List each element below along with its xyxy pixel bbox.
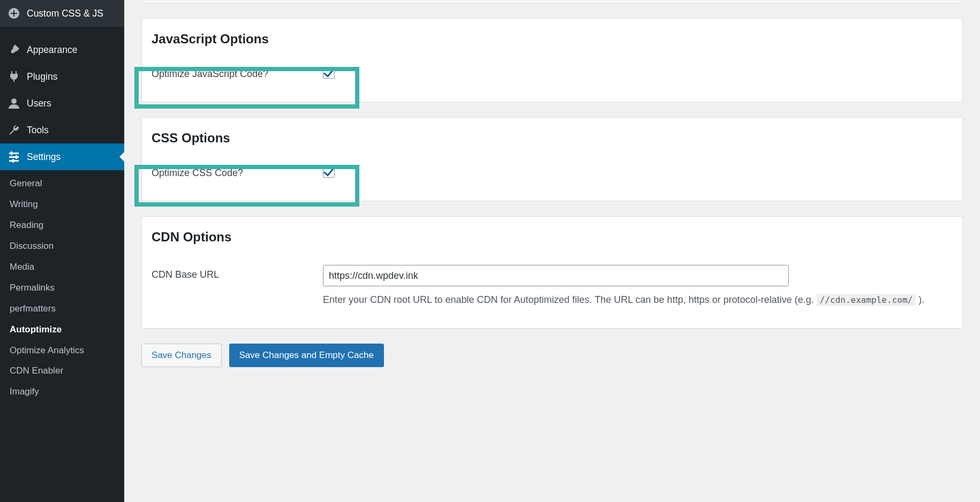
sidebar-item-label: Settings [27, 151, 61, 163]
sidebar-item-label: Tools [27, 125, 49, 136]
css-options-card: CSS Options Optimize CSS Code? [141, 117, 963, 201]
submenu-item-perfmatters[interactable]: perfmatters [0, 299, 124, 320]
optimize-css-label: Optimize CSS Code? [152, 168, 323, 179]
sidebar-item-appearance[interactable]: Appearance [0, 36, 124, 63]
admin-sidebar: Custom CSS & JS Appearance Plugins Users… [0, 0, 124, 502]
submenu-item-imagify[interactable]: Imagify [0, 382, 124, 402]
cdn-desc-part1: Enter your CDN root URL to enable CDN fo… [323, 294, 817, 305]
submenu-item-general[interactable]: General [0, 173, 124, 194]
settings-submenu: General Writing Reading Discussion Media… [0, 170, 124, 409]
sidebar-item-label: Users [27, 98, 51, 109]
optimize-js-row: Optimize JavaScript Code? [152, 62, 953, 87]
sidebar-item-label: Custom CSS & JS [27, 8, 103, 19]
cdn-base-url-label: CDN Base URL [152, 265, 323, 280]
sidebar-item-plugins[interactable]: Plugins [0, 63, 124, 90]
css-options-title: CSS Options [152, 131, 953, 146]
submenu-item-cdn-enabler[interactable]: CDN Enabler [0, 361, 124, 382]
optimize-js-checkbox[interactable] [323, 67, 335, 79]
wrench-icon [6, 124, 21, 136]
cdn-desc-code: //cdn.example.com/ [817, 294, 916, 306]
submenu-item-writing[interactable]: Writing [0, 194, 124, 215]
cdn-desc-part2: ). [916, 294, 924, 305]
submenu-item-reading[interactable]: Reading [0, 215, 124, 236]
js-options-card: JavaScript Options Optimize JavaScript C… [141, 18, 963, 102]
plus-circle-icon [6, 7, 21, 20]
optimize-css-checkbox[interactable] [323, 166, 335, 178]
js-options-title: JavaScript Options [152, 32, 953, 47]
submit-row: Save Changes Save Changes and Empty Cach… [141, 344, 963, 367]
cdn-base-url-input[interactable] [323, 265, 789, 286]
optimize-js-label: Optimize JavaScript Code? [152, 69, 323, 80]
cdn-options-card: CDN Options CDN Base URL Enter your CDN … [141, 216, 963, 329]
sidebar-item-tools[interactable]: Tools [0, 117, 124, 143]
save-empty-cache-button[interactable]: Save Changes and Empty Cache [229, 344, 384, 367]
sliders-icon [6, 150, 21, 163]
cdn-base-url-description: Enter your CDN root URL to enable CDN fo… [323, 293, 953, 308]
submenu-item-media[interactable]: Media [0, 257, 124, 278]
sidebar-item-users[interactable]: Users [0, 90, 124, 117]
submenu-item-optimize-analytics[interactable]: Optimize Analytics [0, 340, 124, 361]
sidebar-item-label: Plugins [27, 71, 57, 82]
submenu-item-autoptimize[interactable]: Autoptimize [0, 320, 124, 340]
submenu-item-discussion[interactable]: Discussion [0, 236, 124, 257]
save-button[interactable]: Save Changes [141, 344, 222, 367]
cdn-options-title: CDN Options [152, 230, 953, 245]
cdn-base-url-row: CDN Base URL Enter your CDN root URL to … [152, 260, 953, 313]
sidebar-item-settings[interactable]: Settings [0, 143, 124, 170]
plug-icon [6, 70, 21, 83]
optimize-css-row: Optimize CSS Code? [152, 161, 953, 186]
admin-menu: Custom CSS & JS Appearance Plugins Users… [0, 0, 124, 409]
card-stub-top [141, 0, 963, 3]
content-area: JavaScript Options Optimize JavaScript C… [124, 0, 980, 502]
sidebar-item-label: Appearance [27, 44, 77, 56]
brush-icon [6, 43, 21, 56]
sidebar-item-customcssjs[interactable]: Custom CSS & JS [0, 0, 124, 27]
user-icon [6, 97, 21, 110]
submenu-item-permalinks[interactable]: Permalinks [0, 278, 124, 299]
